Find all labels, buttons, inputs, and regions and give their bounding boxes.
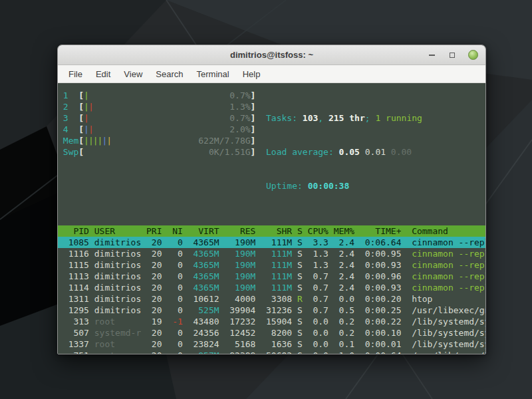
- process-row-1115[interactable]: 1115dimitrios2004365M190M111MS1.32.40:00…: [58, 259, 485, 271]
- column-header-cpu[interactable]: CPU%: [303, 225, 329, 237]
- cell-res: 12452: [219, 327, 256, 338]
- column-header-time[interactable]: TIME+: [354, 225, 401, 237]
- terminal-window: dimitrios@itsfoss: ~ FileEditViewSearchT…: [57, 45, 486, 354]
- cell-pri: 19: [141, 316, 162, 327]
- process-table-header[interactable]: PIDUSERPRINIVIRTRESSHRSCPU%MEM%TIME+Comm…: [58, 225, 485, 237]
- cell-ni: 0: [162, 271, 183, 282]
- terminal-screen[interactable]: 1[|0.7%]2[||1.3%]3[|0.7%]4[||2.0%]Mem[||…: [58, 83, 485, 354]
- tasks-line: Tasks: 103, 215 thr; 1 running: [266, 112, 422, 124]
- menu-item-view[interactable]: View: [117, 66, 149, 82]
- cell-s: S: [292, 316, 303, 327]
- process-row-313[interactable]: 313root19-1434801723215904S0.00.20:00.22…: [58, 316, 485, 327]
- process-row-507[interactable]: 507systemd-r20024356124528200S0.00.20:00…: [58, 327, 485, 338]
- desktop: dimitrios@itsfoss: ~ FileEditViewSearchT…: [0, 0, 532, 399]
- process-row-1337[interactable]: 1337root2002382451681636S0.00.10:00.01/l…: [58, 338, 485, 350]
- cell-ni: 0: [162, 305, 183, 316]
- cell-s: S: [292, 248, 303, 259]
- cpu4-meter: 4[||2.0%]: [63, 124, 256, 135]
- cpu4-meter-value: 2.0%: [229, 124, 250, 135]
- cell-time: 0:00.01: [354, 338, 401, 350]
- cell-pri: 20: [141, 271, 162, 282]
- cell-user: dimitrios: [89, 293, 141, 305]
- cell-time: 0:00.10: [354, 327, 401, 338]
- cell-user: dimitrios: [89, 237, 141, 248]
- cell-res: 190M: [219, 237, 256, 248]
- cpu1-meter: 1[|0.7%]: [63, 90, 256, 101]
- column-header-mem[interactable]: MEM%: [329, 225, 354, 237]
- menu-bar: FileEditViewSearchTerminalHelp: [58, 65, 485, 83]
- cell-pid: 1337: [58, 338, 89, 350]
- cpu3-meter-label: 3: [63, 112, 78, 124]
- column-header-user[interactable]: USER: [89, 225, 141, 237]
- cpu2-meter-label: 2: [63, 101, 78, 112]
- cell-user: dimitrios: [89, 248, 141, 259]
- cell-mem: 2.4: [329, 237, 354, 248]
- column-header-command[interactable]: Command: [401, 225, 485, 237]
- cell-shr: 31236: [255, 305, 292, 316]
- column-header-s[interactable]: S: [292, 225, 303, 237]
- menu-item-search[interactable]: Search: [149, 66, 190, 82]
- window-titlebar[interactable]: dimitrios@itsfoss: ~: [58, 45, 485, 65]
- process-row-1113[interactable]: 1113dimitrios2004365M190M111MS0.72.40:00…: [58, 271, 485, 282]
- cell-shr: 50692: [255, 350, 292, 354]
- cell-pri: 20: [141, 327, 162, 338]
- cell-mem: 0.2: [329, 316, 354, 327]
- window-title: dimitrios@itsfoss: ~: [58, 50, 485, 60]
- cell-s: S: [292, 350, 303, 354]
- process-row-1085[interactable]: 1085dimitrios2004365M190M111MS3.32.40:06…: [58, 237, 485, 248]
- maximize-button[interactable]: [446, 49, 458, 61]
- cell-command: /usr/libexec/gn: [401, 305, 485, 316]
- cell-pid: 1115: [58, 259, 89, 271]
- menu-item-terminal[interactable]: Terminal: [190, 66, 236, 82]
- tasks-separator-2: ;: [365, 113, 376, 123]
- cpu1-meter-value: 0.7%: [229, 90, 250, 101]
- cell-pid: 1295: [58, 305, 89, 316]
- column-header-ni[interactable]: NI: [162, 225, 183, 237]
- cell-s: S: [292, 305, 303, 316]
- cell-time: 0:00.96: [354, 271, 401, 282]
- maximize-icon: [450, 53, 455, 58]
- cell-shr: 3308: [255, 293, 292, 305]
- cell-virt: 4365M: [183, 271, 219, 282]
- cell-res: 4000: [219, 293, 256, 305]
- cpu3-meter-bar: |0.7%: [84, 112, 250, 124]
- menu-item-file[interactable]: File: [62, 66, 89, 82]
- minimize-button[interactable]: [426, 49, 438, 61]
- process-row-1311[interactable]: 1311dimitrios2001061240003308R0.70.00:00…: [58, 293, 485, 305]
- cpu4-meter-label: 4: [63, 124, 78, 135]
- column-header-virt[interactable]: VIRT: [183, 225, 219, 237]
- load-average-label: Load average:: [266, 147, 339, 157]
- cpu2-meter: 2[||1.3%]: [63, 101, 256, 112]
- column-header-pid[interactable]: PID: [58, 225, 89, 237]
- cell-pid: 1114: [58, 282, 89, 293]
- close-icon: [468, 50, 478, 60]
- cell-user: dimitrios: [89, 271, 141, 282]
- cell-shr: 8200: [255, 327, 292, 338]
- swap-meter-label: Swp: [63, 146, 78, 158]
- cell-res: 190M: [219, 248, 256, 259]
- column-header-shr[interactable]: SHR: [255, 225, 292, 237]
- menu-item-edit[interactable]: Edit: [89, 66, 117, 82]
- column-header-pri[interactable]: PRI: [141, 225, 162, 237]
- cell-command: cinnamon --repl: [401, 282, 485, 293]
- cell-pid: 1116: [58, 248, 89, 259]
- tasks-label: Tasks:: [266, 113, 303, 123]
- process-row-751[interactable]: 751root200857M8238850692S0.01.00:00.64/u…: [58, 350, 485, 354]
- process-row-1116[interactable]: 1116dimitrios2004365M190M111MS1.32.40:00…: [58, 248, 485, 259]
- cell-s: S: [292, 282, 303, 293]
- cell-res: 190M: [219, 282, 256, 293]
- cell-ni: 0: [162, 259, 183, 271]
- cell-pid: 1311: [58, 293, 89, 305]
- column-header-res[interactable]: RES: [219, 225, 256, 237]
- cell-pri: 20: [141, 237, 162, 248]
- process-table: 1085dimitrios2004365M190M111MS3.32.40:06…: [58, 237, 485, 354]
- cell-pid: 751: [58, 350, 89, 354]
- close-button[interactable]: [467, 49, 479, 61]
- menu-item-help[interactable]: Help: [236, 66, 267, 82]
- cell-command: /lib/systemd/sy: [401, 327, 485, 338]
- cell-cpu: 1.3: [303, 259, 329, 271]
- process-row-1295[interactable]: 1295dimitrios200525M3990431236S0.70.50:0…: [58, 305, 485, 316]
- process-row-1114[interactable]: 1114dimitrios2004365M190M111MS0.72.40:00…: [58, 282, 485, 293]
- cell-res: 39904: [219, 305, 256, 316]
- cell-time: 0:06.64: [354, 237, 401, 248]
